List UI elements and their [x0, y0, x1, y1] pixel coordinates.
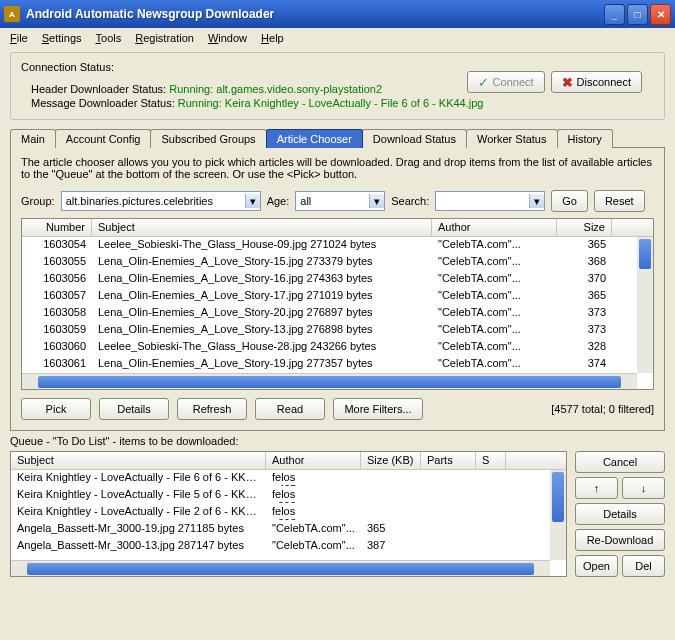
qcell-author: "CelebTA.com"...: [266, 539, 361, 554]
table-row[interactable]: 1603054Leelee_Sobieski-The_Glass_House-0…: [22, 237, 653, 254]
message-status-label: Message Downloader Status:: [31, 97, 175, 109]
qcell-subject: Keira Knightley - LoveActually - File 2 …: [11, 505, 266, 520]
arrow-up-icon: ↑: [594, 482, 600, 494]
redownload-button[interactable]: Re-Download: [575, 529, 665, 551]
move-down-button[interactable]: ↓: [622, 477, 665, 499]
disconnect-label: Disconnect: [577, 76, 631, 88]
qcell-parts: [421, 522, 476, 537]
chooser-help: The article chooser allows you you to pi…: [21, 156, 654, 180]
cell-author: "CelebTA.com"...: [432, 272, 557, 287]
qcol-author[interactable]: Author: [266, 452, 361, 469]
table-row[interactable]: Angela_Bassett-Mr_3000-13.jpg 287147 byt…: [11, 538, 566, 555]
cell-number: 1603058: [22, 306, 92, 321]
tab-worker-status[interactable]: Worker Status: [466, 129, 558, 148]
cell-number: 1603057: [22, 289, 92, 304]
queue-details-button[interactable]: Details: [575, 503, 665, 525]
disconnect-button[interactable]: ✖Disconnect: [551, 71, 642, 93]
qcol-subject[interactable]: Subject: [11, 452, 266, 469]
del-button[interactable]: Del: [622, 555, 665, 577]
cell-subject: Lena_Olin-Enemies_A_Love_Story-16.jpg 27…: [92, 272, 432, 287]
table-row[interactable]: 1603061Lena_Olin-Enemies_A_Love_Story-19…: [22, 356, 653, 373]
tab-article-chooser[interactable]: Article Chooser: [266, 129, 363, 148]
read-button[interactable]: Read: [255, 398, 325, 420]
vscroll[interactable]: [637, 237, 653, 373]
window-title: Android Automatic Newsgroup Downloader: [26, 7, 604, 21]
qcol-status[interactable]: S: [476, 452, 506, 469]
cell-subject: Leelee_Sobieski-The_Glass_House-09.jpg 2…: [92, 238, 432, 253]
connect-button[interactable]: ✓Connect: [467, 71, 545, 93]
table-row[interactable]: 1603055Lena_Olin-Enemies_A_Love_Story-15…: [22, 254, 653, 271]
refresh-button[interactable]: Refresh: [177, 398, 247, 420]
cell-subject: Lena_Olin-Enemies_A_Love_Story-19.jpg 27…: [92, 357, 432, 372]
close-button[interactable]: ✕: [650, 4, 671, 25]
qcell-subject: Angela_Bassett-Mr_3000-19.jpg 271185 byt…: [11, 522, 266, 537]
cell-author: "CelebTA.com"...: [432, 255, 557, 270]
cell-subject: Lena_Olin-Enemies_A_Love_Story-20.jpg 27…: [92, 306, 432, 321]
table-row[interactable]: 1603058Lena_Olin-Enemies_A_Love_Story-20…: [22, 305, 653, 322]
cell-subject: Leelee_Sobieski-The_Glass_House-28.jpg 2…: [92, 340, 432, 355]
col-author[interactable]: Author: [432, 219, 557, 236]
table-row[interactable]: 1603060Leelee_Sobieski-The_Glass_House-2…: [22, 339, 653, 356]
cell-size: 328: [557, 340, 612, 355]
table-row[interactable]: 1603056Lena_Olin-Enemies_A_Love_Story-16…: [22, 271, 653, 288]
chevron-down-icon: ▾: [369, 194, 384, 208]
cell-author: "CelebTA.com"...: [432, 238, 557, 253]
cell-number: 1603055: [22, 255, 92, 270]
cell-number: 1603059: [22, 323, 92, 338]
tab-main[interactable]: Main: [10, 129, 56, 148]
cell-size: 368: [557, 255, 612, 270]
menu-tools[interactable]: Tools: [96, 32, 122, 44]
group-label: Group:: [21, 195, 55, 207]
qvscroll[interactable]: [550, 470, 566, 560]
cell-subject: Lena_Olin-Enemies_A_Love_Story-17.jpg 27…: [92, 289, 432, 304]
qcell-status: [476, 539, 506, 554]
arrow-down-icon: ↓: [641, 482, 647, 494]
qcell-size: 365: [361, 522, 421, 537]
table-row[interactable]: Keira Knightley - LoveActually - File 2 …: [11, 504, 566, 521]
table-row[interactable]: Angela_Bassett-Mr_3000-19.jpg 271185 byt…: [11, 521, 566, 538]
tab-subscribed-groups[interactable]: Subscribed Groups: [150, 129, 266, 148]
maximize-button[interactable]: □: [627, 4, 648, 25]
table-row[interactable]: Keira Knightley - LoveActually - File 6 …: [11, 470, 566, 487]
qcol-size[interactable]: Size (KB): [361, 452, 421, 469]
col-subject[interactable]: Subject: [92, 219, 432, 236]
menu-help[interactable]: Help: [261, 32, 284, 44]
cell-author: "CelebTA.com"...: [432, 323, 557, 338]
reset-button[interactable]: Reset: [594, 190, 645, 212]
menu-registration[interactable]: Registration: [135, 32, 194, 44]
cell-author: "CelebTA.com"...: [432, 306, 557, 321]
hscroll[interactable]: [22, 373, 637, 389]
search-combo[interactable]: ▾: [435, 191, 545, 211]
age-combo[interactable]: all▾: [295, 191, 385, 211]
tabs: Main Account Config Subscribed Groups Ar…: [10, 128, 665, 148]
menu-settings[interactable]: Settings: [42, 32, 82, 44]
go-button[interactable]: Go: [551, 190, 588, 212]
table-row[interactable]: 1603059Lena_Olin-Enemies_A_Love_Story-13…: [22, 322, 653, 339]
qcell-author: felos 4051/1: [266, 471, 361, 486]
cancel-button[interactable]: Cancel: [575, 451, 665, 473]
cell-size: 365: [557, 289, 612, 304]
col-size[interactable]: Size: [557, 219, 612, 236]
cell-author: "CelebTA.com"...: [432, 340, 557, 355]
menu-file[interactable]: File: [10, 32, 28, 44]
menu-window[interactable]: Window: [208, 32, 247, 44]
qcol-parts[interactable]: Parts: [421, 452, 476, 469]
open-button[interactable]: Open: [575, 555, 618, 577]
qcell-size: 299: [272, 500, 332, 503]
col-number[interactable]: Number: [22, 219, 92, 236]
details-button[interactable]: Details: [99, 398, 169, 420]
table-row[interactable]: 1603057Lena_Olin-Enemies_A_Love_Story-17…: [22, 288, 653, 305]
menubar: File Settings Tools Registration Window …: [0, 28, 675, 48]
minimize-button[interactable]: _: [604, 4, 625, 25]
pick-button[interactable]: Pick: [21, 398, 91, 420]
tab-history[interactable]: History: [557, 129, 613, 148]
move-up-button[interactable]: ↑: [575, 477, 618, 499]
group-combo[interactable]: alt.binaries.pictures.celebrities▾: [61, 191, 261, 211]
table-row[interactable]: Keira Knightley - LoveActually - File 5 …: [11, 487, 566, 504]
queue-table: Subject Author Size (KB) Parts S Keira K…: [10, 451, 567, 577]
more-filters-button[interactable]: More Filters...: [333, 398, 423, 420]
qcell-subject: Keira Knightley - LoveActually - File 5 …: [11, 488, 266, 503]
tab-account-config[interactable]: Account Config: [55, 129, 152, 148]
qhscroll[interactable]: [11, 560, 550, 576]
tab-download-status[interactable]: Download Status: [362, 129, 467, 148]
